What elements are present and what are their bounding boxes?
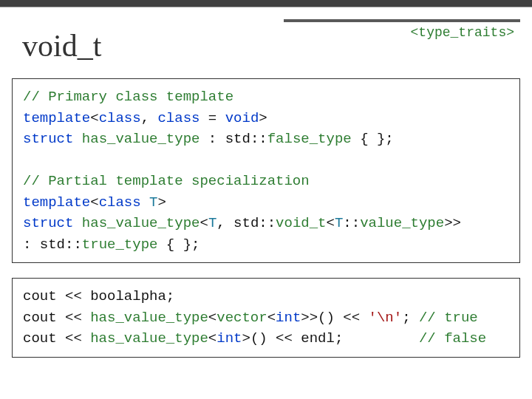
code-line: struct has_value_type : std::false_type … bbox=[23, 129, 509, 150]
page-title: void_t bbox=[22, 28, 101, 64]
op: { }; bbox=[352, 131, 394, 147]
op: >>() << bbox=[301, 310, 368, 326]
op: ; bbox=[402, 310, 419, 326]
string: '\n' bbox=[369, 310, 403, 326]
header-include: <type_traits> bbox=[411, 25, 514, 40]
comment: // false bbox=[419, 330, 486, 347]
space bbox=[141, 194, 149, 211]
op: { }; bbox=[157, 236, 200, 253]
code: cout << bbox=[23, 330, 90, 347]
code-box-definitions: // Primary class template template<class… bbox=[12, 78, 520, 263]
keyword: class bbox=[157, 110, 200, 126]
op: < bbox=[90, 194, 98, 211]
type: has_value_type bbox=[90, 310, 208, 326]
comment: // Partial template specialization bbox=[23, 173, 310, 189]
op: < bbox=[327, 215, 335, 231]
keyword: template bbox=[23, 110, 90, 126]
code-line: // Partial template specialization bbox=[23, 171, 509, 192]
op: :: bbox=[343, 215, 360, 231]
type: value_type bbox=[360, 215, 444, 231]
keyword: class bbox=[99, 110, 141, 126]
op: < bbox=[208, 330, 216, 347]
code-line: cout << boolalpha; bbox=[23, 286, 509, 307]
keyword: struct bbox=[23, 215, 73, 231]
header-row: void_t <type_traits> bbox=[0, 21, 532, 64]
space bbox=[73, 215, 81, 231]
code-line: template<class T> bbox=[23, 192, 509, 214]
header-rule bbox=[284, 19, 520, 22]
keyword: class bbox=[99, 194, 141, 211]
code-line: : std::true_type { }; bbox=[23, 234, 509, 256]
code: cout << bbox=[23, 310, 90, 326]
code-line: struct has_value_type<T, std::void_t<T::… bbox=[23, 213, 509, 234]
op: < bbox=[267, 310, 276, 326]
code-line: cout << has_value_type<vector<int>>() <<… bbox=[23, 307, 509, 329]
comment: // true bbox=[419, 310, 478, 326]
comment: // Primary class template bbox=[23, 89, 233, 105]
blank-line bbox=[23, 150, 509, 171]
type: true_type bbox=[82, 236, 158, 253]
tparam: T bbox=[149, 194, 157, 211]
type: vector bbox=[216, 310, 267, 326]
op: > bbox=[157, 194, 166, 211]
ns: std:: bbox=[233, 215, 276, 231]
op: , bbox=[141, 110, 158, 126]
tparam: T bbox=[208, 215, 216, 231]
op: >> bbox=[444, 215, 461, 231]
op: > bbox=[259, 110, 267, 126]
tparam: T bbox=[335, 215, 343, 231]
type: has_value_type bbox=[82, 131, 200, 147]
op: >() << endl; bbox=[242, 330, 343, 347]
op: < bbox=[200, 215, 208, 231]
type: has_value_type bbox=[90, 330, 208, 347]
code-line: // Primary class template bbox=[23, 86, 509, 108]
code: cout << boolalpha; bbox=[23, 288, 174, 304]
keyword: int bbox=[216, 330, 242, 347]
op: : bbox=[23, 236, 40, 253]
type: void_t bbox=[276, 215, 326, 231]
ns: std:: bbox=[40, 236, 82, 253]
type: has_value_type bbox=[82, 215, 200, 231]
code-line: cout << has_value_type<int>() << endl; /… bbox=[23, 328, 509, 349]
pad bbox=[343, 330, 419, 347]
op: = bbox=[200, 110, 225, 126]
op: , bbox=[216, 215, 233, 231]
keyword: template bbox=[23, 194, 90, 211]
op: < bbox=[208, 310, 216, 326]
space bbox=[73, 131, 81, 147]
ns: std:: bbox=[225, 131, 267, 147]
keyword: void bbox=[225, 110, 259, 126]
op: < bbox=[90, 110, 98, 126]
code-line: template<class, class = void> bbox=[23, 108, 509, 129]
op: : bbox=[200, 131, 225, 147]
keyword: int bbox=[276, 310, 301, 326]
keyword: struct bbox=[23, 131, 73, 147]
code-box-usage: cout << boolalpha; cout << has_value_typ… bbox=[12, 278, 520, 358]
slide-top-border bbox=[0, 0, 532, 7]
type: false_type bbox=[267, 131, 352, 147]
